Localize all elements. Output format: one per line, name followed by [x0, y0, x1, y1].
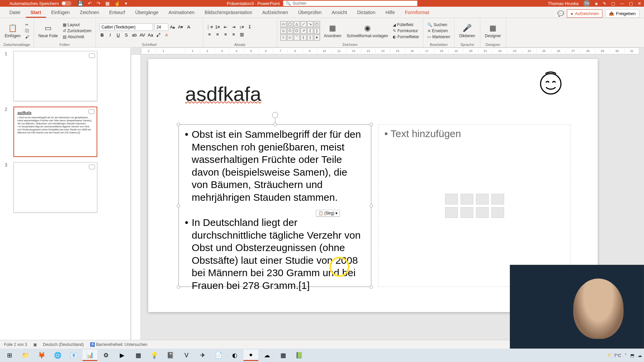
cut-button[interactable]: ✂	[24, 22, 30, 27]
record-button[interactable]: ●Aufzeichnen	[567, 9, 602, 18]
case-button[interactable]: Aa	[148, 32, 154, 38]
undo-icon[interactable]: ↶	[88, 1, 92, 6]
pen-icon[interactable]: ✎	[603, 1, 606, 6]
rotate-handle[interactable]	[272, 112, 278, 118]
clear-format-icon[interactable]: A̶	[186, 24, 192, 30]
paste-options-tag[interactable]: 📋 (Strg) ▾	[316, 210, 340, 217]
save-icon[interactable]: 💾	[77, 1, 83, 6]
tab-datei[interactable]: Datei	[5, 7, 25, 18]
tab-ansicht[interactable]: Ansicht	[327, 7, 352, 18]
numbering-button[interactable]: 1≡	[215, 24, 221, 30]
language-status[interactable]: Deutsch (Deutschland)	[43, 342, 84, 347]
slide-count[interactable]: Folie 2 von 3	[4, 342, 27, 347]
font-size-combo[interactable]: 24	[154, 23, 168, 31]
outlook-icon[interactable]: 📧	[66, 350, 81, 361]
app4-icon[interactable]: 📄	[211, 350, 226, 361]
bullet-text-1[interactable]: Obst ist ein Sammelbegriff der für den M…	[192, 128, 365, 203]
autosave-toggle[interactable]	[61, 1, 71, 6]
highlight-button[interactable]: 🖍	[156, 32, 162, 38]
tab-hilfe[interactable]: Hilfe	[381, 7, 399, 18]
comments-icon[interactable]: 💬	[557, 10, 564, 17]
resize-handle[interactable]	[177, 204, 180, 207]
qat-more-icon[interactable]: ▾	[125, 1, 127, 6]
smiley-shape[interactable]	[537, 69, 564, 96]
vertical-ruler[interactable]	[131, 54, 141, 346]
resize-handle[interactable]	[273, 285, 277, 289]
tab-formformat[interactable]: Formformat	[400, 7, 434, 18]
tab-animationen[interactable]: Animationen	[164, 7, 199, 18]
bold-button[interactable]: B	[99, 32, 105, 38]
section-button[interactable]: ▤Abschnitt	[62, 34, 92, 40]
insert-icon-icon[interactable]	[491, 207, 504, 218]
firefox-icon[interactable]: 🦊	[34, 350, 49, 361]
format-painter-button[interactable]: 🖌	[24, 34, 30, 40]
shadow-button[interactable]: ab	[131, 32, 138, 38]
share-button[interactable]: 📤Freigeben	[605, 9, 639, 18]
tab-einfuegen[interactable]: Einfügen	[47, 7, 74, 18]
tab-ueberpruefen[interactable]: Überprüfen	[293, 7, 326, 18]
fill-button[interactable]: ◢Fülleffekt	[392, 22, 420, 27]
tab-uebergaenge[interactable]: Übergänge	[130, 7, 163, 18]
insert-table-icon[interactable]	[445, 194, 458, 204]
resize-handle[interactable]	[370, 204, 373, 207]
shapes-gallery[interactable]: ▭◯△／↘▢ ◇⬠⬡↗{} ☆⬭⌒()▾	[280, 21, 320, 41]
layout-button[interactable]: ▦Layout	[62, 22, 92, 27]
spacing-button[interactable]: AV	[140, 32, 146, 38]
horizontal-ruler[interactable]: 2112345678910111213141516171819202122232…	[141, 48, 639, 54]
align-center-button[interactable]: ≡	[215, 32, 221, 38]
resize-handle[interactable]	[370, 123, 373, 126]
tab-zeichnen[interactable]: Zeichnen	[75, 7, 104, 18]
replace-button[interactable]: ⤭Ersetzen	[427, 28, 451, 34]
insert-3d-icon[interactable]	[491, 194, 504, 204]
strike-button[interactable]: S	[123, 32, 129, 38]
chrome-icon[interactable]: 🌐	[50, 350, 65, 361]
text-direction-button[interactable]: ↧	[247, 24, 253, 30]
quick-styles-button[interactable]: ◉Schnellformat-vorlagen	[345, 23, 389, 39]
accessibility-status[interactable]: ♿ Barrierefreiheit: Untersuchen	[90, 342, 148, 347]
columns-button[interactable]: ▥	[239, 32, 245, 38]
search-box[interactable]: 🔍 Suchen	[283, 1, 417, 6]
close-button[interactable]: ✕	[638, 1, 641, 6]
touch-icon[interactable]: ☝	[114, 1, 120, 6]
maximize-button[interactable]: ▢	[629, 1, 633, 6]
right-placeholder[interactable]: Text hinzufügen	[378, 124, 571, 287]
justify-button[interactable]: ≡	[231, 32, 237, 38]
thumb-1[interactable]: 1	[5, 51, 126, 101]
resize-handle[interactable]	[273, 123, 277, 126]
italic-button[interactable]: I	[107, 32, 113, 38]
insert-chart-icon[interactable]	[461, 194, 473, 204]
diamond-icon[interactable]: ◈	[595, 1, 598, 6]
thumb-2[interactable]: 2 asdfkafa • Obst ist ein Sammelbegriff …	[5, 107, 126, 157]
copy-button[interactable]: ⿻	[24, 28, 30, 34]
outdent-button[interactable]: ⇤	[223, 24, 229, 30]
grow-font-icon[interactable]: A▴	[170, 24, 176, 30]
tab-dictation[interactable]: Dictation	[353, 7, 380, 18]
app3-icon[interactable]: 💡	[147, 350, 162, 361]
select-button[interactable]: ▭Markieren	[427, 34, 451, 40]
tray-icon-2[interactable]: ☁	[638, 353, 642, 358]
tab-start[interactable]: Start	[26, 7, 46, 18]
tray-icon[interactable]: ⬒	[630, 353, 634, 358]
bullets-button[interactable]: ⋮≡	[207, 24, 213, 30]
app2-icon[interactable]: ▦	[131, 350, 146, 361]
thumb-3[interactable]: 3	[5, 162, 126, 213]
insert-smartart-icon[interactable]	[476, 194, 489, 204]
start-button[interactable]: ⊞	[2, 350, 17, 361]
designer-button[interactable]: ▦Designer	[484, 23, 502, 39]
arrange-button[interactable]: ▦Anordnen	[323, 23, 343, 39]
placeholder-text[interactable]: Text hinzufügen	[378, 125, 571, 143]
app5-icon[interactable]: ◐	[227, 350, 242, 361]
visio-icon[interactable]: V	[179, 350, 194, 361]
resize-handle[interactable]	[370, 285, 373, 289]
excel-icon[interactable]: 📗	[292, 350, 307, 361]
redo-icon[interactable]: ↷	[97, 1, 101, 6]
explorer-icon[interactable]: 📁	[18, 350, 33, 361]
slide-title[interactable]: asdfkafa	[185, 82, 261, 106]
effects-button[interactable]: ◐Formeffekte	[392, 34, 420, 40]
outline-button[interactable]: ✎Formkontur	[392, 28, 420, 34]
line-spacing-button[interactable]: ↕≡	[239, 24, 245, 30]
tab-entwurf[interactable]: Entwurf	[104, 7, 129, 18]
tray-chevron-icon[interactable]: ˄	[625, 353, 627, 358]
font-color-button[interactable]: A	[164, 32, 170, 38]
align-left-button[interactable]: ≡	[207, 32, 213, 38]
